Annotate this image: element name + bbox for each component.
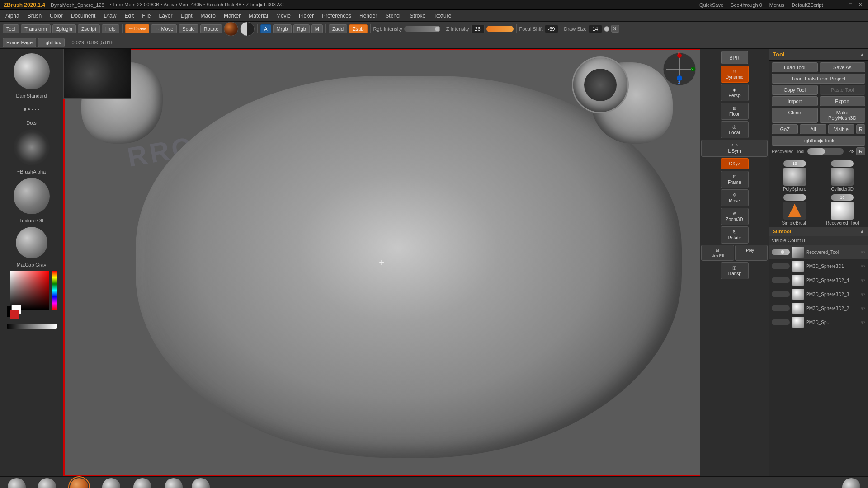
subtool-2-slider[interactable] (772, 277, 790, 283)
alpha-preview[interactable] (14, 129, 50, 165)
rgb-intensity-slider[interactable] (404, 26, 440, 32)
transform-btn[interactable]: Transform (21, 24, 51, 33)
menu-marker[interactable]: Marker (220, 11, 244, 20)
default-zscript-btn[interactable]: DefaultZScript (790, 2, 825, 8)
menu-texture[interactable]: Texture (430, 11, 455, 20)
rotate-mode-btn[interactable]: Rotate (200, 24, 222, 33)
recovered-tool2-slider[interactable]: 16 (831, 194, 854, 201)
close-btn[interactable]: ✕ (857, 2, 864, 8)
menu-stencil[interactable]: Stencil (382, 11, 405, 20)
m-btn[interactable]: M (311, 24, 323, 33)
r-btn[interactable]: R (856, 124, 865, 134)
export-btn[interactable]: Export (820, 96, 866, 106)
brush-hpolish[interactable]: hPolish (165, 478, 183, 488)
subtool-4-slider[interactable] (772, 305, 790, 311)
a-btn[interactable]: A (260, 24, 271, 33)
minimize-btn[interactable]: ─ (838, 2, 845, 8)
bpr-button[interactable]: BPR (721, 51, 748, 64)
menu-light[interactable]: Light (177, 11, 196, 20)
home-page-btn[interactable]: Home Page (3, 38, 36, 47)
floor-btn[interactable]: ⊞ Floor (721, 103, 749, 120)
maximize-btn[interactable]: □ (847, 2, 854, 8)
brush-claybuildup[interactable]: ClayBuildup (5, 478, 28, 488)
mrgb-btn[interactable]: Mrgb (273, 24, 292, 33)
persp-btn[interactable]: ◈ Persp (721, 84, 749, 101)
tool-label-btn[interactable]: Tool (3, 24, 19, 33)
all-btn[interactable]: All (800, 124, 826, 134)
menu-alpha[interactable]: Alpha (2, 11, 23, 20)
recovered-tool2-item[interactable]: 16 Recovered_Tool (820, 194, 866, 225)
menu-render[interactable]: Render (356, 11, 381, 20)
menu-macro[interactable]: Macro (197, 11, 219, 20)
zscript-btn[interactable]: Zscript (78, 24, 100, 33)
menu-brush[interactable]: Brush (24, 11, 45, 20)
brush-move[interactable]: Move (102, 478, 120, 488)
menu-picker[interactable]: Picker (295, 11, 317, 20)
brush-trimdynamic[interactable]: TrimDynamic (129, 478, 156, 488)
menu-movie[interactable]: Movie (273, 11, 294, 20)
transp-btn[interactable]: ◫ Transp (721, 262, 749, 279)
make-polymesh-btn[interactable]: Make PolyMesh3D (820, 108, 866, 123)
menu-color[interactable]: Color (46, 11, 66, 20)
z-intensity-value[interactable]: 26 (471, 25, 485, 33)
load-from-project-btn[interactable]: Load Tools From Project (772, 74, 865, 84)
seethrough-btn[interactable]: See-through 0 (729, 2, 764, 8)
s-btn[interactable]: S (611, 25, 619, 33)
menu-layer[interactable]: Layer (156, 11, 176, 20)
subtool-item-3[interactable]: PM3D_Sphere3D2_3 👁 (769, 287, 868, 301)
subtool-3-eye[interactable]: 👁 (861, 292, 865, 297)
current-brush-preview[interactable] (224, 22, 238, 36)
load-tool-btn[interactable]: Load Tool (772, 62, 818, 72)
dynamic-btn[interactable]: ≋ Dynamic (721, 66, 749, 83)
subtool-item-5[interactable]: PM3D_Sp... 👁 (769, 315, 868, 329)
hue-slider[interactable] (52, 271, 57, 310)
brush-standard[interactable]: Standard (38, 478, 56, 488)
import-btn[interactable]: Import (772, 96, 818, 106)
local-btn[interactable]: ◎ Local (721, 121, 749, 138)
frame-btn[interactable]: ⊡ Frame (721, 171, 749, 188)
menus-btn[interactable]: Menus (768, 2, 786, 8)
brush-imm[interactable]: IMM Primitiv (839, 478, 863, 488)
stroke-preview[interactable] (14, 100, 50, 118)
subtool-item-1[interactable]: PM3D_Sphere3D1 👁 (769, 259, 868, 273)
tool-collapse-icon[interactable]: ▲ (860, 52, 864, 57)
save-as-btn[interactable]: Save As (820, 62, 866, 72)
focal-shift-value[interactable]: -69 (545, 25, 558, 33)
subtool-item-0[interactable]: Recovered_Tool 👁 (769, 245, 868, 259)
gxyz-btn[interactable]: GXyz (721, 158, 749, 169)
menu-edit[interactable]: Edit (121, 11, 137, 20)
rgb-btn[interactable]: Rgb (293, 24, 310, 33)
clone-btn[interactable]: Clone (772, 108, 818, 123)
l-sym-btn[interactable]: ⟷ L Sym (701, 140, 768, 157)
draw-mode-btn[interactable]: ✏ Draw (125, 24, 150, 33)
cylinder3d-tool[interactable]: Cylinder3D (820, 160, 866, 192)
menu-file[interactable]: File (138, 11, 154, 20)
subtool-0-eye[interactable]: 👁 (861, 250, 865, 255)
gizmo-cube[interactable]: Y X Z (661, 51, 698, 87)
quicksave-btn[interactable]: QuickSave (698, 2, 725, 8)
subtool-collapse[interactable]: ▲ (860, 229, 864, 234)
subtool-item-2[interactable]: PM3D_Sphere3D2_4 👁 (769, 273, 868, 287)
polyt-btn[interactable]: PolyT (735, 245, 768, 261)
simplebrush-slider[interactable] (783, 194, 806, 201)
color-picker[interactable] (7, 271, 57, 321)
rotate-3d-btn[interactable]: ↻ Rotate (721, 226, 749, 244)
brush-preview-sphere[interactable] (14, 53, 50, 89)
material-preview[interactable] (240, 22, 255, 36)
subtool-2-eye[interactable]: 👁 (861, 278, 865, 283)
menu-stroke[interactable]: Stroke (406, 11, 429, 20)
polysphere-slider[interactable]: 16 (783, 160, 806, 167)
viewport[interactable]: RRCG RRCG RRCG + (63, 49, 700, 476)
menu-draw[interactable]: Draw (100, 11, 120, 20)
brush-pinch[interactable]: Pinch (192, 478, 210, 488)
matcap-preview[interactable] (16, 227, 47, 258)
subtool-5-eye[interactable]: 👁 (861, 320, 865, 325)
subtool-5-slider[interactable] (772, 319, 790, 325)
texture-preview[interactable] (14, 178, 50, 214)
move-mode-btn[interactable]: ↔ Move (151, 24, 177, 33)
subtool-item-4[interactable]: PM3D_Sphere3D2_2 👁 (769, 301, 868, 315)
value-slider[interactable] (7, 324, 57, 329)
scale-mode-btn[interactable]: Scale (179, 24, 198, 33)
subtool-0-slider[interactable] (772, 249, 790, 255)
color-gradient[interactable] (10, 271, 49, 310)
